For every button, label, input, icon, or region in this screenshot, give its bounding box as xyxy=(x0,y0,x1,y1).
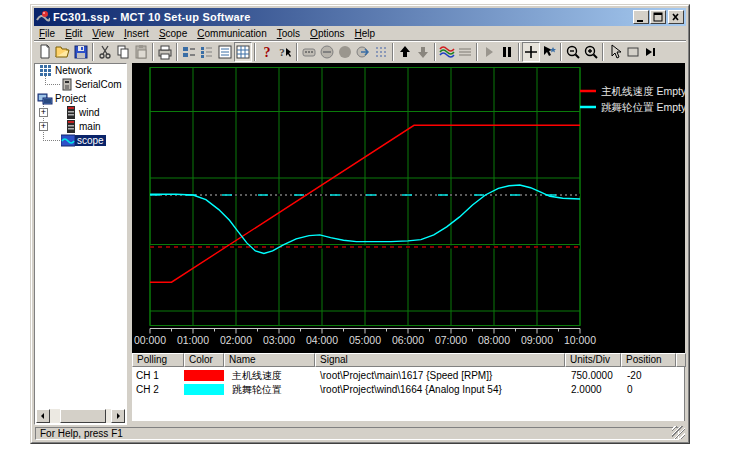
pause-polling-button[interactable] xyxy=(498,42,516,62)
zoom-in-button[interactable] xyxy=(582,42,600,62)
tree-label-wind: wind xyxy=(77,107,102,118)
toolbar: ? ? xyxy=(34,40,686,63)
svg-text:?: ? xyxy=(264,45,271,60)
context-help-button[interactable]: ? xyxy=(276,42,294,62)
open-folder-button[interactable] xyxy=(54,42,72,62)
cut-button[interactable] xyxy=(96,42,114,62)
cell-unitsdiv: 750.0000 xyxy=(567,369,621,383)
start-polling-button[interactable] xyxy=(480,42,498,62)
menu-options[interactable]: Options xyxy=(305,27,349,40)
tracking-cursor-button[interactable] xyxy=(540,42,558,62)
title-bar[interactable]: FC301.ssp - MCT 10 Set-up Software xyxy=(34,8,686,26)
tree-horizontal-scrollbar[interactable] xyxy=(36,409,125,423)
scope-lines-button[interactable] xyxy=(456,42,474,62)
svg-text:?: ? xyxy=(279,46,285,58)
menu-help[interactable]: Help xyxy=(350,27,381,40)
network-view-button[interactable] xyxy=(198,42,216,62)
menu-tools[interactable]: Tools xyxy=(272,27,305,40)
menu-bar: File Edit View Insert Scope Communicatio… xyxy=(34,26,686,41)
copy-button[interactable] xyxy=(114,42,132,62)
menu-view[interactable]: View xyxy=(87,27,119,40)
go-to-end-button[interactable] xyxy=(642,42,660,62)
zoom-out-button[interactable] xyxy=(564,42,582,62)
scope-plot[interactable]: 00:00001:00002:00003:00004:00005:00006:0… xyxy=(132,63,685,353)
cell-polling: CH 1 xyxy=(132,369,184,383)
tree-item-main[interactable]: main xyxy=(65,119,103,133)
project-tree: Network SerialCom Project wind + main + xyxy=(34,63,127,425)
maximize-button[interactable] xyxy=(650,10,666,24)
scrollbar-thumb[interactable] xyxy=(60,409,106,423)
tree-label-project: Project xyxy=(53,93,88,104)
scope-icon xyxy=(61,134,75,147)
menu-scope[interactable]: Scope xyxy=(154,27,192,40)
col-header-empty xyxy=(676,353,686,367)
help-button[interactable]: ? xyxy=(258,42,276,62)
scope-pane: 00:00001:00002:00003:00004:00005:00006:0… xyxy=(132,63,685,425)
col-header-name[interactable]: Name xyxy=(224,353,315,367)
scroll-left-button[interactable] xyxy=(36,409,50,423)
cell-name: 主机线速度 xyxy=(228,369,315,383)
move-up-button[interactable] xyxy=(396,42,414,62)
project-properties-button[interactable] xyxy=(180,42,198,62)
menu-edit[interactable]: Edit xyxy=(60,27,87,40)
scope-curves-button[interactable] xyxy=(438,42,456,62)
window-title: FC301.ssp - MCT 10 Set-up Software xyxy=(53,11,632,23)
menu-communication[interactable]: Communication xyxy=(192,27,272,40)
svg-text:00:000: 00:000 xyxy=(134,334,166,346)
svg-text:10:000: 10:000 xyxy=(564,334,596,346)
tree-item-network[interactable]: Network xyxy=(39,63,94,77)
svg-text:主机线速度 Empty: 主机线速度 Empty xyxy=(601,85,685,97)
selection-rectangle-button[interactable] xyxy=(624,42,642,62)
app-icon xyxy=(36,10,50,24)
stop-communication-button[interactable] xyxy=(318,42,336,62)
resize-grip[interactable] xyxy=(672,426,685,439)
col-header-signal[interactable]: Signal xyxy=(315,353,565,367)
color-swatch xyxy=(184,370,224,381)
tree-item-scope[interactable]: scope xyxy=(61,133,106,147)
expander-wind[interactable]: + xyxy=(39,108,48,117)
cell-position: -20 xyxy=(623,369,676,383)
menu-file[interactable]: File xyxy=(34,27,60,40)
status-message: For Help, press F1 xyxy=(35,427,679,440)
tree-item-serialcom[interactable]: SerialCom xyxy=(61,77,124,91)
tree-item-project[interactable]: Project xyxy=(37,91,88,105)
print-button[interactable] xyxy=(156,42,174,62)
record-button[interactable] xyxy=(336,42,354,62)
close-button[interactable] xyxy=(668,10,684,24)
tree-label-scope: scope xyxy=(75,135,106,146)
application-window: FC301.ssp - MCT 10 Set-up Software File … xyxy=(30,4,690,444)
cell-polling: CH 2 xyxy=(132,383,184,397)
svg-text:02:000: 02:000 xyxy=(220,334,252,346)
serial-device-icon xyxy=(61,78,73,91)
menu-insert[interactable]: Insert xyxy=(119,27,154,40)
svg-text:01:000: 01:000 xyxy=(177,334,209,346)
col-header-color[interactable]: Color xyxy=(184,353,224,367)
project-icon xyxy=(37,92,53,105)
save-button[interactable] xyxy=(72,42,90,62)
io-grid-button[interactable] xyxy=(372,42,390,62)
parameter-list-button[interactable] xyxy=(216,42,234,62)
move-down-button[interactable] xyxy=(414,42,432,62)
window-inner-border: FC301.ssp - MCT 10 Set-up Software File … xyxy=(31,5,689,443)
client-area: Network SerialCom Project wind + main + xyxy=(34,63,686,425)
connect-button[interactable] xyxy=(354,42,372,62)
col-header-unitsdiv[interactable]: Units/Div xyxy=(565,353,621,367)
cell-name: 跳舞轮位置 xyxy=(228,383,315,397)
col-header-position[interactable]: Position xyxy=(621,353,676,367)
pointer-button[interactable] xyxy=(606,42,624,62)
parameter-grid-button[interactable] xyxy=(234,42,252,62)
signal-table: Polling Color Name Signal Units/Div Posi… xyxy=(132,353,685,421)
crosshair-cursor-button[interactable] xyxy=(522,42,540,62)
scroll-right-button[interactable] xyxy=(111,409,125,423)
expander-main[interactable]: + xyxy=(39,122,48,131)
cell-signal: \root\Project\main\1617 {Speed [RPM]} xyxy=(316,369,565,383)
minimize-button[interactable] xyxy=(633,10,649,24)
tree-item-wind[interactable]: wind xyxy=(65,105,102,119)
paste-button[interactable] xyxy=(132,42,150,62)
tree-label-network: Network xyxy=(53,65,94,76)
new-document-button[interactable] xyxy=(36,42,54,62)
modem-button[interactable] xyxy=(300,42,318,62)
tree-label-main: main xyxy=(77,121,103,132)
svg-text:05:000: 05:000 xyxy=(349,334,381,346)
col-header-polling[interactable]: Polling xyxy=(132,353,184,367)
